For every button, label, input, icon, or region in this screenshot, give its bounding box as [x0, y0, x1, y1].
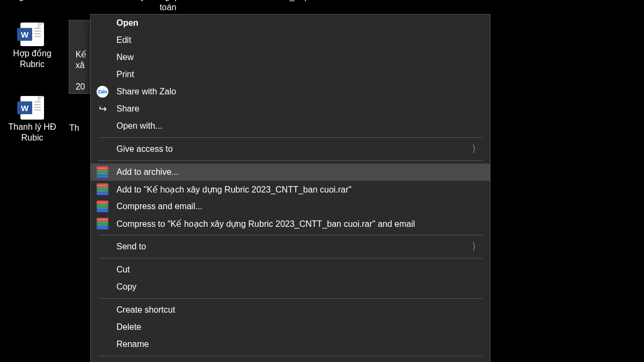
desktop-file-label-partial: rubric — [331, 0, 401, 2]
winrar-icon — [96, 217, 109, 230]
menu-item-label: Compress and email... — [116, 202, 202, 211]
winrar-icon — [96, 183, 109, 196]
menu-item-add-to-k-ho-ch-x-y-d-ng-rubric-2023-cntt-ban-cuoi-rar[interactable]: Add to "Kế hoạch xây dựng Rubric 2023_CN… — [91, 181, 490, 198]
menu-item-compress-and-email[interactable]: Compress and email... — [91, 198, 490, 215]
menu-separator — [98, 137, 482, 138]
menu-item-label: Send to — [116, 242, 146, 252]
menu-separator — [98, 160, 482, 161]
menu-item-properties[interactable]: Properties — [91, 359, 490, 362]
menu-item-label: Copy — [116, 282, 136, 292]
desktop-file-label: Kế xâ 20 — [76, 49, 87, 92]
menu-item-share[interactable]: ↪Share — [91, 100, 490, 117]
menu-separator — [98, 298, 482, 299]
chevron-right-icon: 〉 — [472, 240, 479, 253]
desktop-file-label: Hợp đồng Rubric — [0, 48, 64, 70]
menu-item-label: New — [116, 53, 134, 62]
menu-item-copy[interactable]: Copy — [91, 278, 490, 295]
menu-item-label: Share with Zalo — [116, 87, 176, 97]
menu-item-open-with[interactable]: Open with... — [91, 117, 490, 135]
menu-item-label: Share — [116, 104, 140, 114]
desktop-file-label: Th — [69, 123, 79, 134]
menu-item-label: Rename — [116, 339, 149, 349]
menu-item-delete[interactable]: Delete — [91, 319, 490, 336]
winrar-icon — [96, 166, 109, 179]
word-doc-icon: W — [20, 96, 44, 120]
menu-item-edit[interactable]: Edit — [91, 32, 490, 49]
desktop-file-label-partial: TDG — [401, 0, 471, 2]
zalo-icon: Zalo — [96, 85, 109, 98]
desktop-file-label-partial: ủy đề nghị thanh toán — [128, 0, 208, 13]
menu-item-new[interactable]: New — [91, 49, 490, 66]
desktop-file-label: Thanh lý HĐ Rubic — [0, 122, 64, 143]
desktop-file-hop-dong-rubric[interactable]: W Hợp đồng Rubric — [0, 20, 67, 70]
menu-item-compress-to-k-ho-ch-x-y-d-ng-rubric-2023-cntt-ban-cuoi-rar-and-email[interactable]: Compress to "Kế hoạch xây dựng Rubric 20… — [91, 215, 490, 232]
menu-item-label: Open — [116, 18, 138, 28]
menu-separator — [98, 235, 482, 235]
menu-separator — [98, 258, 482, 258]
menu-item-label: Compress to "Kế hoạch xây dựng Rubric 20… — [116, 219, 415, 229]
winrar-icon — [96, 200, 109, 213]
menu-item-label: Add to "Kế hoạch xây dựng Rubric 2023_CN… — [116, 184, 352, 195]
menu-item-label: Open with... — [116, 121, 162, 131]
share-icon: ↪ — [96, 102, 109, 115]
menu-item-rename[interactable]: Rename — [91, 336, 490, 353]
menu-item-add-to-archive[interactable]: Add to archive... — [91, 164, 490, 181]
menu-item-open[interactable]: Open — [91, 14, 490, 32]
desktop-file-thanh-ly-hd-rubic[interactable]: W Thanh lý HĐ Rubic — [0, 94, 67, 143]
menu-item-cut[interactable]: Cut — [91, 261, 490, 278]
word-doc-icon: W — [20, 23, 44, 46]
menu-item-send-to[interactable]: Send to〉 — [91, 238, 490, 255]
menu-item-label: Give access to — [116, 144, 173, 154]
menu-item-label: Create shortcut — [116, 305, 175, 315]
chevron-right-icon: 〉 — [472, 143, 479, 156]
menu-item-label: Edit — [116, 35, 131, 45]
menu-item-label: Cut — [116, 265, 130, 275]
menu-item-label: Delete — [116, 322, 141, 332]
desktop-file-partial[interactable]: Th — [69, 121, 91, 134]
menu-item-give-access-to[interactable]: Give access to〉 — [91, 141, 490, 158]
menu-item-label: Add to archive... — [116, 167, 179, 177]
menu-separator — [98, 356, 482, 356]
menu-item-print[interactable]: Print — [91, 66, 490, 83]
menu-item-label: Print — [116, 70, 134, 79]
menu-item-share-with-zalo[interactable]: ZaloShare with Zalo — [91, 83, 490, 100]
context-menu: OpenEditNewPrintZaloShare with Zalo↪Shar… — [90, 14, 491, 362]
menu-item-create-shortcut[interactable]: Create shortcut — [91, 301, 490, 319]
desktop-file-label-partial: gui HD — [0, 0, 67, 2]
